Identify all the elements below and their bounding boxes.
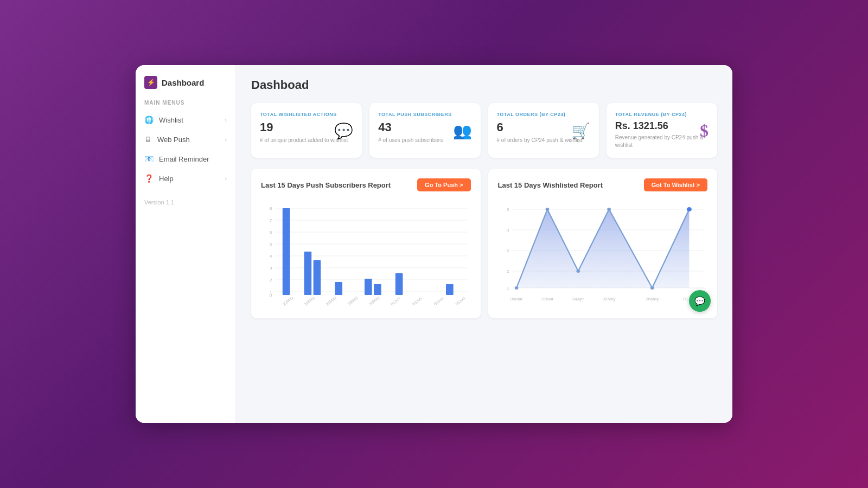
wishlist-chart-title: Last 15 Days Wishlisted Report: [498, 181, 603, 189]
sidebar-help-label: Help: [159, 175, 174, 183]
wishlist-chart-card: Last 15 Days Wishlisted Report Got To Wi…: [488, 169, 718, 318]
push-bar-chart: 8 7 6 5 4 3 2 1 0: [261, 200, 471, 309]
main-content: Dashboad TOTAL WISHLISTED ACTIONS 19 # o…: [236, 65, 732, 423]
push-chart-title: Last 15 Days Push Subscribers Report: [261, 181, 391, 189]
svg-rect-18: [304, 252, 312, 295]
svg-text:2: 2: [506, 269, 509, 274]
sidebar-item-wishlist[interactable]: 🌐 Wishlist ›: [136, 110, 235, 130]
data-point: [607, 208, 611, 211]
data-point-last: [686, 207, 691, 211]
svg-text:3: 3: [269, 266, 272, 271]
cart-icon: 🛒: [571, 121, 590, 139]
data-point: [576, 269, 580, 273]
svg-rect-21: [365, 279, 372, 295]
bar-chart-svg: 8 7 6 5 4 3 2 1 0: [261, 200, 471, 309]
go-to-wishlist-button[interactable]: Got To Wishlist >: [644, 178, 707, 191]
chat-fab-button[interactable]: 💬: [689, 290, 711, 312]
svg-text:02May: 02May: [602, 297, 615, 301]
page-title: Dashboad: [251, 78, 717, 92]
sidebar-item-help[interactable]: ❓ Help ›: [136, 169, 235, 188]
wishlist-icon: 🌐: [144, 115, 154, 124]
help-icon: ❓: [144, 174, 154, 183]
push-chart-header: Last 15 Days Push Subscribers Report Go …: [261, 178, 471, 191]
svg-text:05Jun: 05Jun: [432, 296, 444, 306]
svg-text:3: 3: [506, 228, 509, 233]
wishlist-chart-header: Last 15 Days Wishlisted Report Got To Wi…: [498, 178, 708, 191]
stat-card-orders: TOTAL ORDERS (BY CP24) 6 # of orders by …: [488, 103, 599, 158]
stat-card-revenue: TOTAL REVENUE (BY CP24) Rs. 1321.56 Reve…: [607, 103, 717, 158]
svg-rect-20: [335, 282, 342, 295]
sidebar-webpush-label: Web Push: [157, 136, 190, 144]
stat-cards-row: TOTAL WISHLISTED ACTIONS 19 # of unique …: [251, 103, 717, 158]
stat-card-wishlist-actions: TOTAL WISHLISTED ACTIONS 19 # of unique …: [251, 103, 362, 158]
chevron-right-icon-2: ›: [225, 136, 227, 143]
svg-rect-19: [314, 260, 321, 295]
chevron-right-icon: ›: [225, 117, 227, 123]
svg-text:09Mar: 09Mar: [510, 297, 522, 301]
charts-row: Last 15 Days Push Subscribers Report Go …: [251, 169, 717, 318]
svg-text:26May: 26May: [646, 297, 659, 301]
svg-text:1: 1: [506, 286, 509, 291]
svg-text:7: 7: [269, 218, 272, 223]
svg-text:4: 4: [269, 254, 272, 259]
stat-desc-revenue: Revenue generated by CP24 push & wishlis…: [615, 134, 709, 149]
svg-text:0: 0: [269, 293, 272, 298]
chat-icon: 💬: [334, 121, 353, 139]
stat-title-push: TOTAL PUSH SUBSCRIBERS: [378, 112, 471, 117]
svg-text:22May: 22May: [282, 295, 295, 306]
sidebar-email-label: Email Reminder: [159, 155, 209, 163]
svg-text:2: 2: [506, 248, 509, 253]
dollar-icon: $: [700, 120, 709, 140]
stat-title-revenue: TOTAL REVENUE (BY CP24): [615, 112, 709, 117]
svg-text:8: 8: [269, 206, 272, 211]
stat-value-revenue: Rs. 1321.56: [615, 120, 709, 132]
data-point: [545, 208, 549, 211]
svg-text:5: 5: [269, 242, 272, 247]
svg-rect-22: [374, 284, 381, 295]
svg-text:2: 2: [269, 278, 272, 282]
sidebar: ⚡ Dashboard MAIN MENUS 🌐 Wishlist › 🖥 We…: [136, 65, 236, 423]
chat-fab-icon: 💬: [694, 296, 705, 306]
svg-text:03Jun: 03Jun: [411, 296, 423, 306]
sidebar-wishlist-label: Wishlist: [159, 116, 183, 124]
svg-text:27Mar: 27Mar: [541, 297, 553, 301]
svg-text:01Jun: 01Jun: [390, 296, 401, 306]
version-label: Version 1.1: [136, 188, 235, 206]
svg-rect-17: [283, 208, 290, 295]
stat-card-push-subscribers: TOTAL PUSH SUBSCRIBERS 43 # of uses push…: [369, 103, 480, 158]
sidebar-item-web-push[interactable]: 🖥 Web Push ›: [136, 130, 235, 149]
dashboard-icon: ⚡: [144, 76, 157, 89]
stat-title-wishlist: TOTAL WISHLISTED ACTIONS: [260, 112, 353, 117]
svg-text:04Apr: 04Apr: [572, 297, 584, 301]
push-chart-card: Last 15 Days Push Subscribers Report Go …: [251, 169, 481, 318]
sidebar-section-label: MAIN MENUS: [136, 100, 235, 110]
go-to-push-button[interactable]: Go To Push >: [417, 178, 470, 191]
sidebar-title: Dashboard: [162, 78, 204, 87]
svg-rect-23: [395, 273, 403, 295]
data-point: [514, 286, 518, 290]
wishlist-area-chart: 3 3 2 2 1: [498, 200, 708, 309]
web-push-icon: 🖥: [144, 135, 152, 144]
svg-text:6: 6: [269, 230, 272, 235]
email-icon: 📧: [144, 155, 154, 163]
stat-title-orders: TOTAL ORDERS (BY CP24): [497, 112, 590, 117]
sidebar-logo: ⚡ Dashboard: [136, 76, 235, 100]
svg-text:3: 3: [506, 207, 509, 212]
svg-text:26May: 26May: [325, 295, 338, 306]
data-point: [650, 286, 654, 290]
svg-text:09Jun: 09Jun: [454, 296, 466, 306]
svg-rect-24: [446, 284, 454, 295]
area-chart-svg: 3 3 2 2 1: [498, 200, 708, 309]
svg-text:28May: 28May: [346, 295, 359, 306]
svg-text:30May: 30May: [368, 295, 381, 306]
users-icon: 👥: [453, 121, 472, 139]
chevron-right-icon-3: ›: [225, 175, 227, 182]
svg-text:24May: 24May: [303, 295, 316, 306]
sidebar-item-email-reminder[interactable]: 📧 Email Reminder: [136, 149, 235, 169]
